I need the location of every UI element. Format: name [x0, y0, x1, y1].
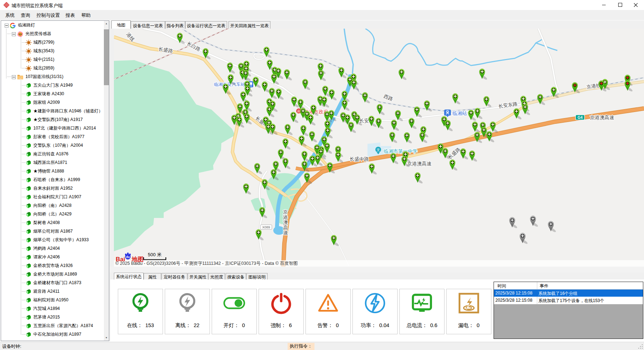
- svg-text:文: 文: [376, 148, 380, 152]
- svg-text:临湘站: 临湘站: [452, 111, 467, 116]
- svg-text:京港澳高速: 京港澳高速: [283, 209, 288, 235]
- svg-text:临湘市第一中学: 临湘市第一中学: [384, 149, 418, 154]
- svg-text:500 米: 500 米: [148, 252, 162, 257]
- svg-text:府: 府: [297, 110, 301, 113]
- svg-text:X089: X089: [262, 225, 270, 229]
- svg-text:京港澳高速: 京港澳高速: [407, 161, 432, 166]
- svg-text:临湘长安汽车站: 临湘长安汽车站: [214, 82, 245, 87]
- svg-text:Bai: Bai: [116, 256, 125, 263]
- svg-text:长盛中路: 长盛中路: [350, 156, 369, 162]
- svg-text:京港澳高速: 京港澳高速: [590, 115, 614, 120]
- svg-text:du: du: [126, 255, 130, 259]
- svg-text:G4: G4: [577, 115, 582, 120]
- svg-text:长安: 长安: [359, 118, 369, 123]
- svg-text:地图: 地图: [131, 256, 144, 262]
